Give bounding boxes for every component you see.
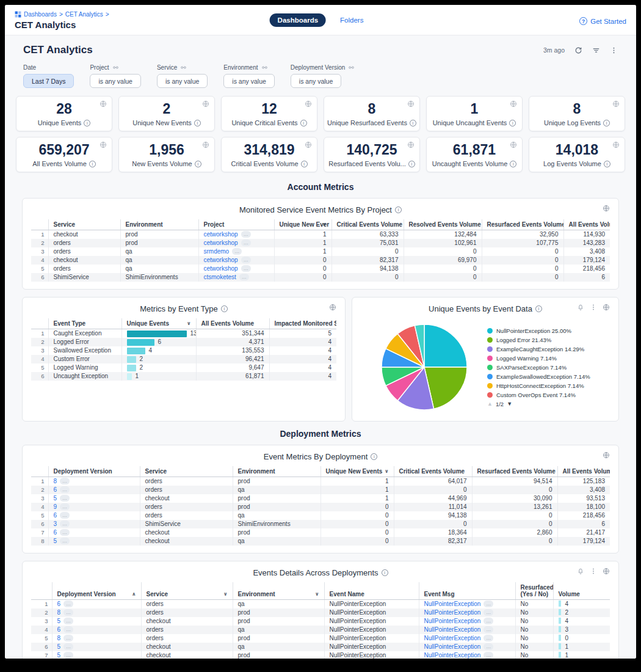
globe-icon[interactable] xyxy=(329,304,336,311)
cell-link[interactable]: NullPointerException xyxy=(424,618,481,624)
ellipsis-badge[interactable]: … xyxy=(60,538,70,544)
ellipsis-badge[interactable]: … xyxy=(60,512,70,519)
column-header-impacted-monitored-services[interactable]: Impacted Monitored Services xyxy=(269,318,336,329)
column-header-deployment-version[interactable]: ∧Deployment Version xyxy=(52,582,141,600)
cell-link[interactable]: 8 xyxy=(57,609,61,616)
column-header-service[interactable]: Service xyxy=(48,219,120,230)
cell-link[interactable]: 6 xyxy=(54,512,57,519)
info-icon[interactable]: i xyxy=(535,305,542,312)
ellipsis-badge[interactable]: … xyxy=(483,643,493,650)
globe-icon[interactable] xyxy=(510,100,517,108)
column-header-resurfaced-events-volume[interactable]: Resurfaced Events Volume xyxy=(482,219,563,230)
column-header-resurfaced-events-volume[interactable]: Resurfaced Events Volume xyxy=(472,466,557,477)
sort-down-icon[interactable]: ∨ xyxy=(187,321,191,326)
column-header-all-events-volume[interactable]: All Events Volume xyxy=(196,318,269,329)
ellipsis-badge[interactable]: … xyxy=(483,609,493,616)
kebab-menu-icon[interactable] xyxy=(610,46,618,54)
filter-value-button[interactable]: is any value xyxy=(157,74,208,88)
info-icon[interactable]: i xyxy=(410,120,416,126)
ellipsis-badge[interactable]: … xyxy=(63,643,73,650)
column-header-event-msg[interactable]: Event Msg xyxy=(419,582,515,600)
cell-link[interactable]: NullPointerException xyxy=(424,609,481,616)
alert-bell-icon[interactable] xyxy=(577,304,584,311)
ellipsis-badge[interactable]: … xyxy=(241,265,251,272)
legend-page-up-icon[interactable]: ▲ xyxy=(487,401,493,407)
column-header-service[interactable]: Service xyxy=(140,466,233,477)
globe-icon[interactable] xyxy=(603,205,610,212)
cell-link[interactable]: 6 xyxy=(57,601,61,607)
info-icon[interactable]: i xyxy=(194,120,201,126)
column-header-all-events-volume[interactable]: All Events Volume xyxy=(557,466,610,477)
ellipsis-badge[interactable]: … xyxy=(483,618,493,624)
globe-icon[interactable] xyxy=(305,100,312,108)
globe-icon[interactable] xyxy=(612,141,620,148)
ellipsis-badge[interactable]: … xyxy=(60,503,70,510)
cell-link[interactable]: NullPointerException xyxy=(424,635,481,641)
legend-item[interactable]: Logged Error 21.43% xyxy=(487,337,597,344)
ellipsis-badge[interactable]: … xyxy=(60,486,70,493)
globe-icon[interactable] xyxy=(100,141,107,148)
globe-icon[interactable] xyxy=(603,568,610,575)
globe-icon[interactable] xyxy=(603,304,610,311)
sort-down-icon[interactable]: ∨ xyxy=(315,591,319,597)
pie-slice-nullpointerexception[interactable] xyxy=(424,324,467,367)
filter-value-button[interactable]: Last 7 Days xyxy=(23,74,74,88)
globe-icon[interactable] xyxy=(305,141,312,148)
globe-icon[interactable] xyxy=(603,451,610,459)
cell-link[interactable]: 3 xyxy=(54,520,57,527)
cell-link[interactable]: cetworkshop xyxy=(204,257,238,263)
info-icon[interactable]: i xyxy=(300,120,307,126)
legend-item[interactable]: ExampleCaughtException 14.29% xyxy=(487,346,597,353)
info-icon[interactable]: i xyxy=(84,120,90,126)
globe-icon[interactable] xyxy=(407,141,415,148)
kebab-menu-icon[interactable] xyxy=(590,568,597,575)
column-header-critical-events-volume[interactable]: Critical Events Volume xyxy=(394,466,472,477)
ellipsis-badge[interactable]: … xyxy=(60,529,70,536)
sort-down-icon[interactable]: ∨ xyxy=(223,591,228,597)
ellipsis-badge[interactable]: … xyxy=(60,495,70,502)
cell-link[interactable]: NullPointerException xyxy=(424,601,481,607)
info-icon[interactable]: i xyxy=(604,161,610,167)
cell-link[interactable]: 9 xyxy=(54,503,57,510)
column-header-all-events-volume[interactable]: All Events Volume xyxy=(563,219,610,230)
column-header-service[interactable]: ∨Service xyxy=(141,582,233,600)
cell-link[interactable]: 5 xyxy=(57,652,61,659)
ellipsis-badge[interactable]: … xyxy=(483,601,493,607)
sort-up-icon[interactable]: ∧ xyxy=(132,591,136,597)
globe-icon[interactable] xyxy=(202,141,209,148)
cell-link[interactable]: 8 xyxy=(54,478,57,484)
column-header-environment[interactable]: Environment xyxy=(233,466,320,477)
info-icon[interactable]: i xyxy=(89,161,96,167)
column-header-event-type[interactable]: Event Type xyxy=(48,318,121,329)
ellipsis-badge[interactable]: … xyxy=(63,626,73,633)
legend-page-down-icon[interactable]: ▼ xyxy=(507,401,512,407)
cell-link[interactable]: NullPointerException xyxy=(424,643,481,650)
info-icon[interactable]: i xyxy=(301,161,308,167)
cell-link[interactable]: NullPointerException xyxy=(424,652,481,659)
info-icon[interactable]: i xyxy=(408,161,415,167)
cell-link[interactable]: 6 xyxy=(57,626,61,633)
globe-icon[interactable] xyxy=(407,100,415,108)
ellipsis-badge[interactable]: … xyxy=(60,478,70,484)
info-icon[interactable]: i xyxy=(371,453,377,460)
breadcrumb-dashboards[interactable]: Dashboards xyxy=(24,11,57,18)
column-header-environment[interactable]: ∨Environment xyxy=(233,582,324,600)
column-header-environment[interactable]: Environment xyxy=(120,219,198,230)
ellipsis-badge[interactable]: … xyxy=(483,635,493,641)
cell-link[interactable]: 5 xyxy=(54,495,57,502)
cell-link[interactable]: ctsmoketest xyxy=(204,274,236,280)
ellipsis-badge[interactable]: … xyxy=(63,635,73,641)
column-header-critical-events-volume[interactable]: Critical Events Volume xyxy=(331,219,404,230)
ellipsis-badge[interactable]: … xyxy=(241,231,251,238)
cell-link[interactable]: 5 xyxy=(54,538,57,544)
ellipsis-badge[interactable]: … xyxy=(63,601,73,607)
sort-down-icon[interactable]: ∨ xyxy=(385,469,389,474)
cell-link[interactable]: 6 xyxy=(54,486,57,493)
cell-link[interactable]: srmdemo xyxy=(204,248,230,255)
ellipsis-badge[interactable]: … xyxy=(241,239,251,246)
refresh-icon[interactable] xyxy=(574,46,582,54)
info-icon[interactable]: i xyxy=(510,161,516,167)
cell-link[interactable]: 5 xyxy=(57,643,61,650)
legend-item[interactable]: ExampleSwallowedException 7.14% xyxy=(487,373,597,381)
column-header-unique-events[interactable]: ∨Unique Events xyxy=(121,318,196,329)
